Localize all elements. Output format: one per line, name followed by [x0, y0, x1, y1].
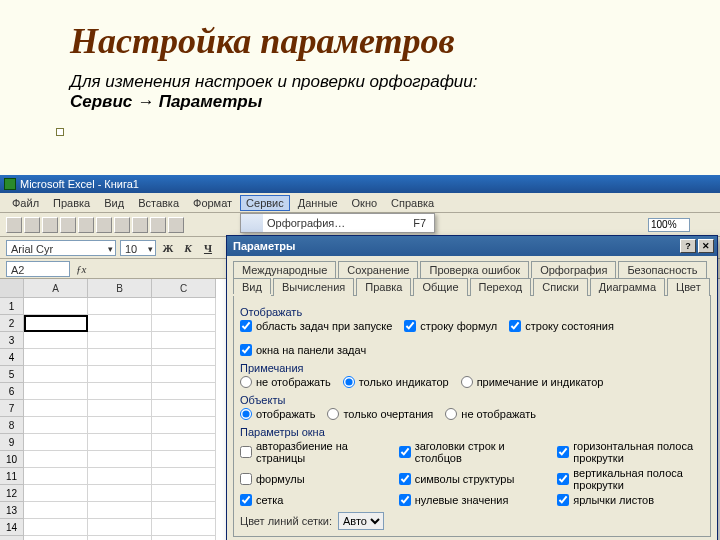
checkbox-input[interactable] [557, 494, 569, 506]
tab-Переход[interactable]: Переход [470, 278, 532, 296]
cell[interactable] [152, 451, 216, 468]
bold-button[interactable]: Ж [160, 242, 176, 254]
option[interactable]: отображать [240, 408, 315, 420]
cell[interactable] [24, 366, 88, 383]
checkbox-input[interactable] [240, 446, 252, 458]
cell[interactable] [88, 349, 152, 366]
radio-input[interactable] [461, 376, 473, 388]
toolbar-icon[interactable] [42, 217, 58, 233]
name-box[interactable]: A2 [6, 261, 70, 277]
checkbox-input[interactable] [399, 446, 411, 458]
checkbox-input[interactable] [240, 320, 252, 332]
row-header[interactable]: 1 [0, 298, 23, 315]
cell[interactable] [88, 468, 152, 485]
menu-вставка[interactable]: Вставка [132, 195, 185, 211]
option[interactable]: нулевые значения [399, 494, 546, 506]
underline-button[interactable]: Ч [200, 242, 216, 254]
close-icon[interactable]: ✕ [698, 239, 714, 253]
cell[interactable] [152, 315, 216, 332]
row-header[interactable]: 2 [0, 315, 23, 332]
cell[interactable] [88, 502, 152, 519]
row-header[interactable]: 5 [0, 366, 23, 383]
checkbox-input[interactable] [240, 473, 252, 485]
tab-row-top[interactable]: МеждународныеСохранениеПроверка ошибокОр… [227, 256, 717, 277]
cell[interactable] [24, 349, 88, 366]
cell[interactable] [24, 502, 88, 519]
toolbar-icon[interactable] [24, 217, 40, 233]
cell[interactable] [88, 400, 152, 417]
cell[interactable] [88, 417, 152, 434]
tab-Правка[interactable]: Правка [356, 278, 411, 296]
row-header[interactable]: 11 [0, 468, 23, 485]
service-menu-dropdown[interactable]: Орфография… F7 [240, 213, 435, 233]
checkbox-input[interactable] [404, 320, 416, 332]
option[interactable]: горизонтальная полоса прокрутки [557, 440, 704, 464]
option[interactable]: строку состояния [509, 320, 614, 332]
cell[interactable] [24, 536, 88, 540]
cell[interactable] [88, 298, 152, 315]
radio-input[interactable] [240, 376, 252, 388]
cell[interactable] [88, 383, 152, 400]
cell[interactable] [88, 451, 152, 468]
checkbox-input[interactable] [509, 320, 521, 332]
option[interactable]: символы структуры [399, 467, 546, 491]
cell[interactable] [152, 502, 216, 519]
cell[interactable] [88, 332, 152, 349]
option[interactable]: не отображать [240, 376, 331, 388]
cell[interactable] [88, 366, 152, 383]
cell[interactable] [24, 485, 88, 502]
grid-color-select[interactable]: Авто [338, 512, 384, 530]
menu-item-spelling[interactable]: Орфография… F7 [241, 214, 434, 232]
cell[interactable] [152, 366, 216, 383]
option[interactable]: только очертания [327, 408, 433, 420]
cell[interactable] [88, 315, 152, 332]
row-header[interactable]: 3 [0, 332, 23, 349]
row-header[interactable]: 4 [0, 349, 23, 366]
menu-сервис[interactable]: Сервис [240, 195, 290, 211]
tab-Проверка ошибок[interactable]: Проверка ошибок [420, 261, 529, 278]
cell[interactable] [24, 315, 88, 332]
menu-данные[interactable]: Данные [292, 195, 344, 211]
option[interactable]: примечание и индикатор [461, 376, 604, 388]
menu-правка[interactable]: Правка [47, 195, 96, 211]
row-header[interactable]: 10 [0, 451, 23, 468]
option[interactable]: заголовки строк и столбцов [399, 440, 546, 464]
toolbar-icon[interactable] [114, 217, 130, 233]
col-header[interactable]: B [88, 279, 152, 298]
checkbox-input[interactable] [399, 473, 411, 485]
cell[interactable] [24, 417, 88, 434]
radio-input[interactable] [343, 376, 355, 388]
tab-row-bottom[interactable]: ВидВычисленияПравкаОбщиеПереходСпискиДиа… [227, 277, 717, 295]
row-header[interactable]: 6 [0, 383, 23, 400]
cell[interactable] [24, 332, 88, 349]
cell[interactable] [24, 451, 88, 468]
radio-input[interactable] [240, 408, 252, 420]
row-header[interactable]: 13 [0, 502, 23, 519]
option[interactable]: строку формул [404, 320, 497, 332]
menu-справка[interactable]: Справка [385, 195, 440, 211]
tab-Списки[interactable]: Списки [533, 278, 588, 296]
cell[interactable] [152, 468, 216, 485]
cell[interactable] [152, 485, 216, 502]
toolbar-icon[interactable] [168, 217, 184, 233]
checkbox-input[interactable] [557, 473, 569, 485]
cell[interactable] [24, 468, 88, 485]
cell[interactable] [152, 298, 216, 315]
radio-input[interactable] [327, 408, 339, 420]
checkbox-input[interactable] [240, 494, 252, 506]
cell[interactable] [152, 519, 216, 536]
option[interactable]: окна на панели задач [240, 344, 366, 356]
cell[interactable] [152, 332, 216, 349]
radio-input[interactable] [445, 408, 457, 420]
cell[interactable] [88, 434, 152, 451]
option[interactable]: не отображать [445, 408, 536, 420]
menu-вид[interactable]: Вид [98, 195, 130, 211]
cell[interactable] [88, 536, 152, 540]
cell[interactable] [152, 417, 216, 434]
option[interactable]: только индикатор [343, 376, 449, 388]
toolbar-icon[interactable] [96, 217, 112, 233]
row-header[interactable]: 8 [0, 417, 23, 434]
cell[interactable] [24, 400, 88, 417]
cell[interactable] [24, 298, 88, 315]
toolbar-icon[interactable] [132, 217, 148, 233]
